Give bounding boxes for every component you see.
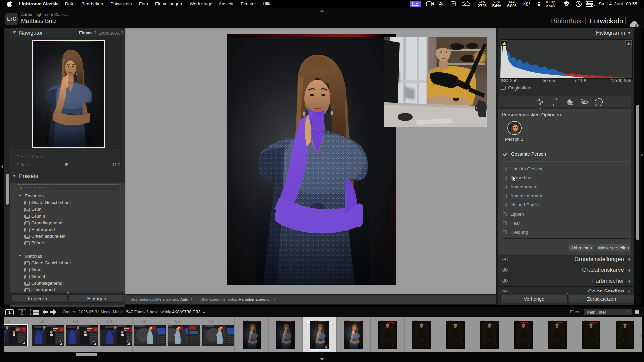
svg-text:LT: LT: [452, 3, 455, 6]
